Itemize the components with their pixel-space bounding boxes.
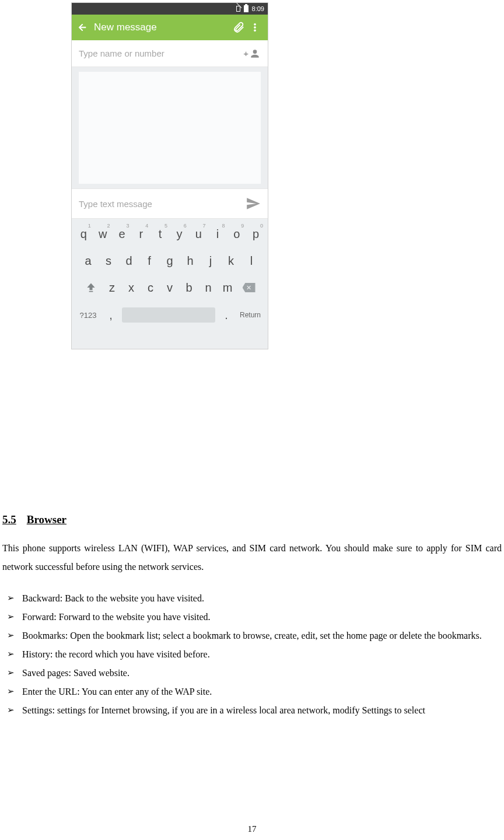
send-button[interactable] bbox=[244, 196, 262, 211]
key-k[interactable]: k bbox=[222, 249, 241, 272]
status-time: 8:09 bbox=[252, 3, 264, 15]
key-z[interactable]: z bbox=[103, 276, 121, 299]
key-i[interactable]: 8i bbox=[209, 222, 227, 246]
page-number: 17 bbox=[0, 824, 504, 834]
key-d[interactable]: d bbox=[120, 249, 139, 272]
key-q[interactable]: 1q bbox=[75, 222, 93, 246]
key-m[interactable]: m bbox=[219, 276, 237, 299]
message-thread-area bbox=[72, 67, 268, 188]
recipient-row: Type name or number + bbox=[72, 40, 268, 67]
section-number: 5.5 bbox=[2, 513, 16, 526]
key-j[interactable]: j bbox=[201, 249, 220, 272]
list-item: Forward: Forward to the website you have… bbox=[7, 608, 502, 626]
svg-point-2 bbox=[254, 30, 256, 32]
key-s[interactable]: s bbox=[99, 249, 118, 272]
key-g[interactable]: g bbox=[160, 249, 180, 272]
backspace-icon: ✕ bbox=[243, 283, 256, 292]
add-contact-button[interactable]: + bbox=[243, 48, 261, 60]
key-t[interactable]: 5t bbox=[151, 222, 169, 246]
svg-rect-3 bbox=[89, 291, 93, 292]
soft-keyboard: 1q2w3e4r5t6y7u8i9o0p asdfghjkl zxcvbnm ✕… bbox=[72, 219, 268, 330]
period-key[interactable]: . bbox=[218, 309, 235, 322]
list-item: Bookmarks: Open the bookmark list; selec… bbox=[7, 626, 502, 645]
list-item: Enter the URL: You can enter any of the … bbox=[7, 682, 502, 701]
svg-point-1 bbox=[254, 27, 256, 29]
plus-icon: + bbox=[243, 48, 249, 58]
app-bar: New message bbox=[72, 15, 268, 40]
key-n[interactable]: n bbox=[200, 276, 218, 299]
keyboard-row-3: zxcvbnm ✕ bbox=[74, 276, 265, 299]
key-y[interactable]: 6y bbox=[170, 222, 188, 246]
key-c[interactable]: c bbox=[142, 276, 160, 299]
key-b[interactable]: b bbox=[180, 276, 198, 299]
svg-point-0 bbox=[254, 23, 256, 25]
battery-icon bbox=[244, 5, 249, 12]
message-input[interactable]: Type text message bbox=[79, 199, 244, 209]
key-x[interactable]: x bbox=[123, 276, 141, 299]
shift-icon bbox=[85, 282, 97, 293]
key-v[interactable]: v bbox=[161, 276, 179, 299]
symbols-key[interactable]: ?123 bbox=[74, 311, 102, 320]
recipient-input[interactable]: Type name or number bbox=[79, 48, 243, 58]
keyboard-row-bottom: ?123 , . Return bbox=[74, 303, 265, 327]
person-icon bbox=[249, 48, 261, 60]
feature-list: Backward: Back to the website you have v… bbox=[2, 589, 502, 720]
arrow-left-icon bbox=[77, 22, 88, 33]
attach-button[interactable] bbox=[230, 21, 247, 34]
keyboard-row-1: 1q2w3e4r5t6y7u8i9o0p bbox=[74, 222, 265, 246]
key-f[interactable]: f bbox=[140, 249, 159, 272]
phone-screenshot: 8:09 New message Type name or number + T… bbox=[72, 3, 268, 349]
list-item: History: the record which you have visit… bbox=[7, 645, 502, 664]
section-title: Browser bbox=[27, 513, 66, 526]
shift-key[interactable] bbox=[79, 276, 103, 299]
thread-inner bbox=[79, 72, 261, 184]
key-l[interactable]: l bbox=[242, 249, 261, 272]
back-button[interactable] bbox=[76, 22, 88, 33]
keyboard-row-2: asdfghjkl bbox=[74, 249, 265, 272]
key-a[interactable]: a bbox=[79, 249, 98, 272]
keyboard-row-3-letters: zxcvbnm bbox=[103, 276, 237, 299]
section-heading: 5.5Browser bbox=[2, 513, 502, 526]
backspace-key[interactable]: ✕ bbox=[237, 276, 261, 299]
list-item: Saved pages: Saved website. bbox=[7, 664, 502, 682]
space-key[interactable] bbox=[122, 307, 215, 323]
key-r[interactable]: 4r bbox=[132, 222, 150, 246]
status-bar: 8:09 bbox=[72, 3, 268, 15]
overflow-button[interactable] bbox=[247, 22, 263, 33]
key-h[interactable]: h bbox=[181, 249, 200, 272]
list-item: Settings: settings for Internet browsing… bbox=[7, 701, 502, 720]
send-icon bbox=[246, 196, 261, 211]
paperclip-icon bbox=[232, 21, 245, 34]
key-u[interactable]: 7u bbox=[190, 222, 208, 246]
document-body: 5.5Browser This phone supports wireless … bbox=[0, 513, 504, 720]
app-bar-title: New message bbox=[88, 22, 230, 33]
no-sim-icon bbox=[236, 6, 240, 12]
comma-key[interactable]: , bbox=[102, 309, 120, 322]
section-intro: This phone supports wireless LAN (WIFI),… bbox=[2, 539, 502, 576]
key-w[interactable]: 2w bbox=[94, 222, 112, 246]
key-p[interactable]: 0p bbox=[247, 222, 265, 246]
return-key[interactable]: Return bbox=[235, 311, 265, 319]
more-vert-icon bbox=[250, 22, 260, 33]
compose-row: Type text message bbox=[72, 188, 268, 219]
key-e[interactable]: 3e bbox=[113, 222, 131, 246]
list-item: Backward: Back to the website you have v… bbox=[7, 589, 502, 608]
key-o[interactable]: 9o bbox=[228, 222, 246, 246]
